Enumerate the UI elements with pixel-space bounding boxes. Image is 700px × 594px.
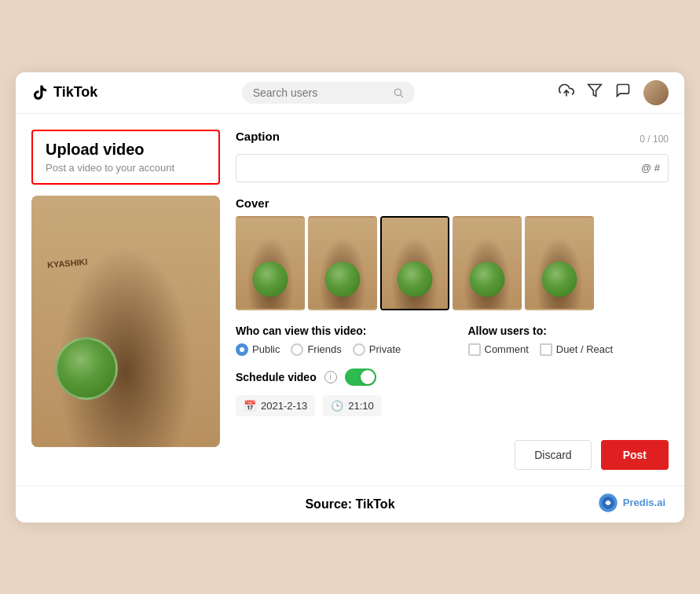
discard-button[interactable]: Discard xyxy=(515,440,591,470)
cover-thumb-4[interactable] xyxy=(453,216,522,310)
radio-public-circle xyxy=(236,343,248,356)
tiktok-logo: TikTok xyxy=(31,84,97,101)
post-button[interactable]: Post xyxy=(601,440,669,470)
action-row: Discard Post xyxy=(236,440,669,470)
chat-icon[interactable] xyxy=(615,82,631,102)
visibility-label: Who can view this video: xyxy=(236,324,437,337)
toggle-knob xyxy=(361,370,375,384)
cover-thumb-3[interactable] xyxy=(380,216,449,310)
caption-label: Caption xyxy=(236,130,280,143)
cover-section: Cover xyxy=(236,196,669,310)
cover-thumb-1[interactable] xyxy=(236,216,305,310)
radio-private[interactable]: Private xyxy=(353,343,401,356)
info-icon[interactable]: i xyxy=(324,371,337,383)
caption-input-icons: @ # xyxy=(641,162,660,174)
cover-thumb-2[interactable] xyxy=(308,216,377,310)
search-icon xyxy=(393,86,404,99)
cover-label: Cover xyxy=(236,196,669,210)
svg-marker-3 xyxy=(588,85,602,97)
checkbox-comment-label: Comment xyxy=(485,343,529,355)
filter-icon[interactable] xyxy=(587,82,603,102)
header-icons xyxy=(559,80,669,105)
caption-counter: 0 / 100 xyxy=(640,134,669,145)
upload-icon[interactable] xyxy=(559,82,574,102)
radio-friends[interactable]: Friends xyxy=(291,343,341,356)
radio-friends-circle xyxy=(291,343,303,356)
time-chip[interactable]: 🕒 21:10 xyxy=(323,395,382,416)
clock-icon: 🕒 xyxy=(331,400,343,412)
checkbox-comment-box xyxy=(468,343,481,356)
radio-friends-label: Friends xyxy=(307,343,341,355)
radio-private-circle xyxy=(353,343,365,356)
caption-header: Caption 0 / 100 xyxy=(236,130,669,149)
date-chip[interactable]: 📅 2021-2-13 xyxy=(236,395,315,416)
video-thumbnail: KYASHIKI xyxy=(31,196,220,447)
visibility-group: Who can view this video: Public Friends xyxy=(236,324,437,356)
radio-group: Public Friends Private xyxy=(236,343,437,356)
app-header: TikTok xyxy=(16,72,684,114)
avatar[interactable] xyxy=(643,80,669,105)
calendar-icon: 📅 xyxy=(244,400,256,412)
footer-source: Source: TikTok xyxy=(305,497,394,512)
allow-users-label: Allow users to: xyxy=(468,324,669,337)
date-value: 2021-2-13 xyxy=(261,400,307,412)
checkbox-duet-label: Duet / React xyxy=(556,343,613,355)
caption-input[interactable]: @ # xyxy=(236,154,669,182)
predis-label: Predis.ai xyxy=(623,497,665,508)
left-panel: Upload video Post a video to your accoun… xyxy=(31,130,220,470)
cover-thumb-5[interactable] xyxy=(525,216,594,310)
datetime-row: 📅 2021-2-13 🕒 21:10 xyxy=(236,395,669,416)
checkbox-group: Comment Duet / React xyxy=(468,343,669,356)
radio-public-label: Public xyxy=(252,343,280,355)
footer: Source: TikTok Predis.ai xyxy=(16,486,684,522)
main-content: Upload video Post a video to your accoun… xyxy=(16,114,684,486)
checkbox-duet-box xyxy=(540,343,552,356)
checkbox-comment[interactable]: Comment xyxy=(468,343,529,356)
svg-line-1 xyxy=(400,94,402,97)
schedule-toggle[interactable] xyxy=(345,368,376,386)
cover-thumbnails xyxy=(236,216,669,310)
upload-subtitle: Post a video to your account xyxy=(46,162,206,174)
predis-icon xyxy=(598,493,618,513)
options-row: Who can view this video: Public Friends xyxy=(236,324,669,356)
time-value: 21:10 xyxy=(348,400,374,412)
upload-title-box: Upload video Post a video to your accoun… xyxy=(31,130,220,185)
predis-logo: Predis.ai xyxy=(598,493,665,513)
right-panel: Caption 0 / 100 @ # Cover xyxy=(236,130,669,470)
checkbox-duet[interactable]: Duet / React xyxy=(540,343,613,356)
search-input[interactable] xyxy=(253,86,387,99)
thumb-bg xyxy=(31,196,220,447)
tiktok-icon xyxy=(31,84,49,101)
drink-cup xyxy=(55,337,118,400)
schedule-label: Schedule video xyxy=(236,371,317,383)
svg-point-0 xyxy=(394,89,401,95)
schedule-row: Schedule video i xyxy=(236,368,669,386)
search-bar[interactable] xyxy=(242,82,415,104)
radio-private-label: Private xyxy=(369,343,401,355)
upload-title: Upload video xyxy=(46,141,206,159)
allow-users-group: Allow users to: Comment Duet / React xyxy=(468,324,669,356)
radio-public[interactable]: Public xyxy=(236,343,280,356)
